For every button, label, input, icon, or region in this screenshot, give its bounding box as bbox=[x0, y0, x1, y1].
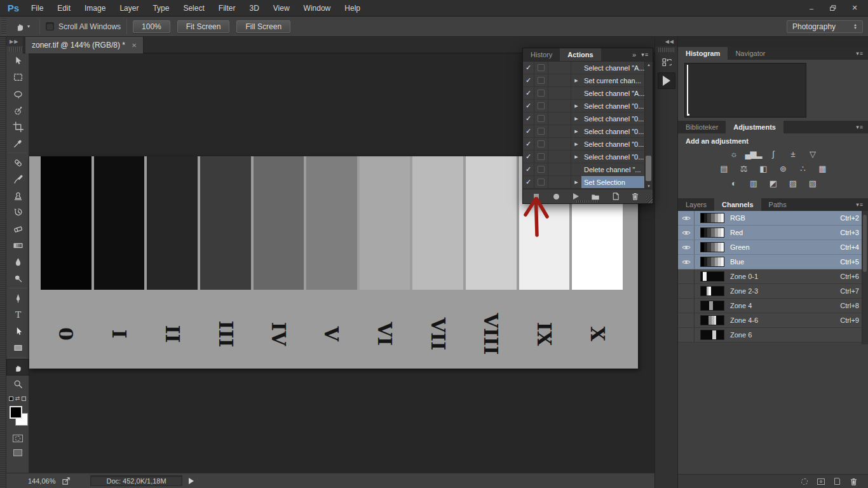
options-bar-grip[interactable] bbox=[1, 18, 6, 35]
tab-paths[interactable]: Paths bbox=[761, 198, 794, 211]
menu-item[interactable]: Window bbox=[297, 0, 338, 17]
item-enabled-check-icon[interactable] bbox=[523, 125, 534, 137]
visibility-toggle[interactable] bbox=[678, 284, 695, 298]
load-selection-icon[interactable] bbox=[801, 478, 808, 485]
item-enabled-check-icon[interactable] bbox=[523, 74, 534, 86]
tool-blur[interactable] bbox=[6, 254, 29, 270]
record-button[interactable] bbox=[552, 192, 560, 201]
dialog-toggle-checkbox[interactable] bbox=[534, 125, 548, 137]
dock-grip[interactable] bbox=[658, 48, 674, 52]
visibility-toggle[interactable] bbox=[678, 328, 695, 342]
tool-history-brush[interactable] bbox=[6, 204, 29, 220]
gradient-map[interactable]: ▨ bbox=[785, 178, 801, 189]
menu-item[interactable]: Type bbox=[146, 0, 176, 17]
action-item[interactable]: Set current chan... bbox=[523, 74, 653, 87]
action-item[interactable]: Select channel "0... bbox=[523, 151, 653, 163]
dialog-toggle-checkbox[interactable] bbox=[534, 112, 548, 125]
tool-preset-caret-icon[interactable]: ▾ bbox=[27, 24, 30, 29]
hue-saturation[interactable]: ▤ bbox=[716, 163, 731, 174]
dialog-toggle-checkbox[interactable] bbox=[534, 138, 548, 150]
item-enabled-check-icon[interactable] bbox=[523, 112, 534, 125]
tool-rectangle-shape[interactable] bbox=[6, 339, 29, 356]
action-item-label[interactable]: Set Selection bbox=[581, 176, 644, 188]
menu-item[interactable]: View bbox=[266, 0, 297, 17]
item-enabled-check-icon[interactable] bbox=[523, 151, 534, 163]
scroll-all-windows-checkbox[interactable] bbox=[46, 22, 54, 30]
tool-brush[interactable] bbox=[6, 171, 29, 187]
scroll-up-icon[interactable]: ▲ bbox=[647, 62, 651, 68]
action-item-label[interactable]: Select channel "0... bbox=[581, 112, 644, 125]
action-item[interactable]: Select channel "A... bbox=[523, 62, 653, 74]
tool-lasso[interactable] bbox=[6, 85, 29, 102]
dialog-toggle-checkbox[interactable] bbox=[534, 87, 548, 99]
new-channel-icon[interactable] bbox=[834, 478, 840, 485]
expand-triangle-icon[interactable] bbox=[571, 138, 581, 150]
dialog-toggle-checkbox[interactable] bbox=[534, 100, 548, 112]
levels[interactable]: ▄▆▂ bbox=[746, 149, 761, 159]
menu-item[interactable]: Edit bbox=[50, 0, 78, 17]
scrollbar-thumb[interactable] bbox=[646, 156, 651, 181]
tool-move[interactable] bbox=[6, 52, 29, 69]
action-item-label[interactable]: Set current chan... bbox=[581, 74, 644, 86]
visibility-toggle[interactable] bbox=[678, 255, 695, 269]
tab-channels[interactable]: Channels bbox=[714, 198, 761, 211]
action-item[interactable]: Select channel "0... bbox=[523, 125, 653, 138]
tool-pen[interactable] bbox=[6, 290, 29, 306]
screen-mode-button[interactable] bbox=[6, 445, 29, 459]
channel-row[interactable]: Zone 2-3 Ctrl+7 bbox=[678, 284, 868, 299]
expand-triangle-icon[interactable] bbox=[571, 100, 581, 112]
action-item[interactable]: Set Selection bbox=[523, 176, 653, 189]
visibility-toggle[interactable] bbox=[678, 269, 695, 283]
panel-resize-grip[interactable] bbox=[646, 197, 653, 203]
expand-triangle-icon[interactable] bbox=[571, 176, 581, 188]
expand-triangle-icon[interactable] bbox=[571, 112, 581, 125]
minimize-button[interactable]: – bbox=[801, 2, 822, 15]
tab-layers[interactable]: Layers bbox=[678, 198, 714, 211]
action-item[interactable]: Select channel "0... bbox=[523, 138, 653, 151]
expand-panels-icon[interactable]: ◀◀ bbox=[655, 37, 677, 46]
dialog-toggle-checkbox[interactable] bbox=[534, 62, 548, 74]
tab-biblioteker[interactable]: Biblioteker bbox=[678, 121, 726, 133]
visibility-toggle[interactable] bbox=[678, 240, 695, 254]
invert[interactable]: ◐ bbox=[726, 178, 742, 189]
tab-histogram[interactable]: Histogram bbox=[678, 47, 728, 60]
tool-hand[interactable] bbox=[6, 359, 29, 376]
collapse-panel-icon[interactable]: » bbox=[632, 51, 636, 58]
expand-triangle-icon[interactable] bbox=[571, 151, 581, 163]
dialog-toggle-checkbox[interactable] bbox=[534, 151, 548, 163]
panel-menu-icon[interactable]: ▾≡ bbox=[856, 47, 868, 60]
action-item-label[interactable]: Select channel "A... bbox=[581, 62, 644, 74]
channel-row[interactable]: Zone 4 Ctrl+8 bbox=[678, 299, 868, 313]
curves[interactable]: ∫ bbox=[766, 149, 781, 159]
action-item[interactable]: Select channel "0... bbox=[523, 100, 653, 112]
action-item-label[interactable]: Delete channel "... bbox=[581, 163, 644, 175]
tab-actions[interactable]: Actions bbox=[560, 48, 600, 61]
save-selection-as-channel-icon[interactable] bbox=[817, 478, 825, 485]
tab-history[interactable]: History bbox=[523, 48, 560, 61]
action-item-label[interactable]: Select channel "0... bbox=[581, 100, 644, 112]
exposure[interactable]: ± bbox=[785, 149, 801, 159]
dialog-toggle-checkbox[interactable] bbox=[534, 74, 548, 86]
zoom-level-field[interactable]: 144,06% bbox=[28, 477, 55, 485]
tool-rectangular-marquee[interactable] bbox=[6, 69, 29, 85]
workspace-switcher[interactable]: Photography ▲▼ bbox=[787, 20, 863, 33]
tool-zoom[interactable] bbox=[6, 376, 29, 392]
close-tab-icon[interactable]: ✕ bbox=[132, 42, 137, 49]
threshold[interactable]: ◩ bbox=[766, 178, 781, 189]
channel-row[interactable]: Zone 0-1 Ctrl+6 bbox=[678, 269, 868, 284]
menu-item[interactable]: File bbox=[24, 0, 50, 17]
action-item[interactable]: Select channel "A... bbox=[523, 87, 653, 100]
action-item-label[interactable]: Select channel "0... bbox=[581, 125, 644, 137]
tab-adjustments[interactable]: Adjustments bbox=[726, 121, 783, 133]
tool-clone-stamp[interactable] bbox=[6, 187, 29, 204]
item-enabled-check-icon[interactable] bbox=[523, 62, 534, 74]
tool-gradient[interactable] bbox=[6, 237, 29, 254]
channel-row[interactable]: RGB Ctrl+2 bbox=[678, 211, 868, 226]
color-lookup[interactable]: ▦ bbox=[815, 163, 830, 174]
new-folder-button[interactable] bbox=[591, 192, 600, 201]
dialog-toggle-checkbox[interactable] bbox=[534, 176, 548, 188]
visibility-toggle[interactable] bbox=[678, 313, 695, 327]
tool-spot-healing-brush[interactable] bbox=[6, 154, 29, 171]
actions-panel-icon-button[interactable] bbox=[658, 72, 675, 89]
channel-row[interactable]: Zone 6 bbox=[678, 328, 868, 342]
